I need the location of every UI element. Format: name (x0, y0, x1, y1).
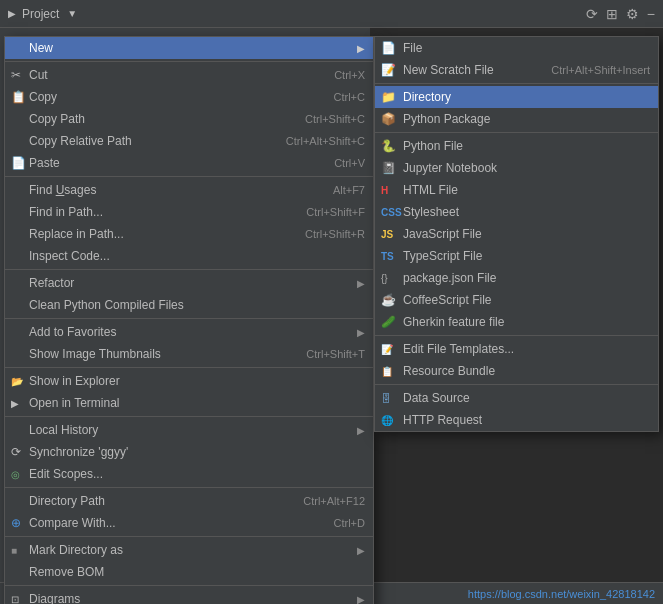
submenu-json[interactable]: {} package.json File (375, 267, 658, 289)
bundle-icon: 📋 (381, 366, 393, 377)
coffee-icon: ☕ (381, 293, 396, 307)
gherkin-label: Gherkin feature file (403, 315, 504, 329)
menu-item-compare[interactable]: ⊕ Compare With... Ctrl+D (5, 512, 373, 534)
gherkin-icon: 🥒 (381, 315, 396, 329)
sub-sep1 (375, 83, 658, 84)
find-usages-shortcut: Alt+F7 (333, 184, 365, 196)
data-source-label: Data Source (403, 391, 470, 405)
python-icon: 🐍 (381, 139, 396, 153)
menu-item-mark-dir[interactable]: ■ Mark Directory as ▶ (5, 539, 373, 561)
inspect-label: Inspect Code... (29, 249, 110, 263)
status-url[interactable]: https://blog.csdn.net/weixin_42818142 (468, 588, 655, 600)
top-bar-title: Project (22, 7, 59, 21)
http-label: HTTP Request (403, 413, 482, 427)
copy-path-label: Copy Path (29, 112, 85, 126)
js-icon: JS (381, 229, 393, 240)
json-label: package.json File (403, 271, 496, 285)
settings-icon[interactable]: ⚙ (626, 6, 639, 22)
menu-item-local-history[interactable]: Local History ▶ (5, 419, 373, 441)
directory-label: Directory (403, 90, 451, 104)
jupyter-label: Jupyter Notebook (403, 161, 497, 175)
menu-item-copy-path[interactable]: Copy Path Ctrl+Shift+C (5, 108, 373, 130)
menu-item-cut[interactable]: ✂ Cut Ctrl+X (5, 64, 373, 86)
paste-label: Paste (29, 156, 60, 170)
ts-label: TypeScript File (403, 249, 482, 263)
edit-templates-label: Edit File Templates... (403, 342, 514, 356)
layout-icon[interactable]: ⊞ (606, 6, 618, 22)
sync-icon[interactable]: ⟳ (586, 6, 598, 22)
menu-item-replace[interactable]: Replace in Path... Ctrl+Shift+R (5, 223, 373, 245)
submenu-file[interactable]: 📄 File (375, 37, 658, 59)
replace-shortcut: Ctrl+Shift+R (305, 228, 365, 240)
menu-item-open-terminal[interactable]: ▶ Open in Terminal (5, 392, 373, 414)
submenu-arrow-fav: ▶ (357, 327, 365, 338)
remove-bom-label: Remove BOM (29, 565, 104, 579)
submenu-py-pkg[interactable]: 📦 Python Package (375, 108, 658, 130)
menu-item-find-usages[interactable]: Find Usages Alt+F7 (5, 179, 373, 201)
python-label: Python File (403, 139, 463, 153)
sep2 (5, 176, 373, 177)
html-label: HTML File (403, 183, 458, 197)
submenu-js[interactable]: JS JavaScript File (375, 223, 658, 245)
image-shortcut: Ctrl+Shift+T (306, 348, 365, 360)
submenu-arrow-mark: ▶ (357, 545, 365, 556)
sub-sep3 (375, 335, 658, 336)
menu-item-remove-bom[interactable]: Remove BOM (5, 561, 373, 583)
menu-item-find-path[interactable]: Find in Path... Ctrl+Shift+F (5, 201, 373, 223)
menu-item-scopes[interactable]: ◎ Edit Scopes... (5, 463, 373, 485)
js-label: JavaScript File (403, 227, 482, 241)
new-submenu: 📄 File 📝 New Scratch File Ctrl+Alt+Shift… (374, 36, 659, 432)
submenu-gherkin[interactable]: 🥒 Gherkin feature file (375, 311, 658, 333)
submenu-edit-templates[interactable]: 📝 Edit File Templates... (375, 338, 658, 360)
paste-icon: 📄 (11, 156, 26, 170)
coffee-label: CoffeeScript File (403, 293, 491, 307)
menu-item-new[interactable]: New ▶ (5, 37, 373, 59)
menu-item-clean[interactable]: Clean Python Compiled Files (5, 294, 373, 316)
find-path-shortcut: Ctrl+Shift+F (306, 206, 365, 218)
top-bar: ▶ Project ▼ ⟳ ⊞ ⚙ − (0, 0, 663, 28)
sync-menu-icon: ⟳ (11, 445, 21, 459)
scopes-label: Edit Scopes... (29, 467, 103, 481)
minimize-icon[interactable]: − (647, 6, 655, 22)
diagrams-icon: ⊡ (11, 594, 19, 605)
sep4 (5, 318, 373, 319)
sub-sep4 (375, 384, 658, 385)
menu-item-copy[interactable]: 📋 Copy Ctrl+C (5, 86, 373, 108)
submenu-css[interactable]: CSS Stylesheet (375, 201, 658, 223)
submenu-resource-bundle[interactable]: 📋 Resource Bundle (375, 360, 658, 382)
file-icon: 📄 (381, 41, 396, 55)
mark-dir-label: Mark Directory as (29, 543, 123, 557)
submenu-scratch[interactable]: 📝 New Scratch File Ctrl+Alt+Shift+Insert (375, 59, 658, 81)
copy-rel-label: Copy Relative Path (29, 134, 132, 148)
menu-item-favorites[interactable]: Add to Favorites ▶ (5, 321, 373, 343)
menu-item-paste[interactable]: 📄 Paste Ctrl+V (5, 152, 373, 174)
dir-path-label: Directory Path (29, 494, 105, 508)
submenu-arrow-hist: ▶ (357, 425, 365, 436)
menu-item-show-explorer[interactable]: 📂 Show in Explorer (5, 370, 373, 392)
toolbar-icons: ⟳ ⊞ ⚙ − (586, 6, 655, 22)
copy-path-shortcut: Ctrl+Shift+C (305, 113, 365, 125)
menu-item-diagrams[interactable]: ⊡ Diagrams ▶ (5, 588, 373, 604)
menu-item-image[interactable]: Show Image Thumbnails Ctrl+Shift+T (5, 343, 373, 365)
submenu-html[interactable]: H HTML File (375, 179, 658, 201)
scratch-label: New Scratch File (403, 63, 494, 77)
new-label: New (29, 41, 53, 55)
clean-label: Clean Python Compiled Files (29, 298, 184, 312)
submenu-directory[interactable]: 📁 Directory (375, 86, 658, 108)
mark-icon: ■ (11, 545, 17, 556)
submenu-coffee[interactable]: ☕ CoffeeScript File (375, 289, 658, 311)
menu-item-copy-rel[interactable]: Copy Relative Path Ctrl+Alt+Shift+C (5, 130, 373, 152)
submenu-http[interactable]: 🌐 HTTP Request (375, 409, 658, 431)
menu-item-inspect[interactable]: Inspect Code... (5, 245, 373, 267)
menu-item-sync[interactable]: ⟳ Synchronize 'ggyy' (5, 441, 373, 463)
menu-item-dir-path[interactable]: Directory Path Ctrl+Alt+F12 (5, 490, 373, 512)
submenu-ts[interactable]: TS TypeScript File (375, 245, 658, 267)
sep8 (5, 536, 373, 537)
menu-item-refactor[interactable]: Refactor ▶ (5, 272, 373, 294)
top-bar-dropdown-arrow[interactable]: ▼ (67, 8, 77, 19)
submenu-jupyter[interactable]: 📓 Jupyter Notebook (375, 157, 658, 179)
submenu-python[interactable]: 🐍 Python File (375, 135, 658, 157)
cut-label: Cut (29, 68, 48, 82)
submenu-data-source[interactable]: 🗄 Data Source (375, 387, 658, 409)
image-label: Show Image Thumbnails (29, 347, 161, 361)
